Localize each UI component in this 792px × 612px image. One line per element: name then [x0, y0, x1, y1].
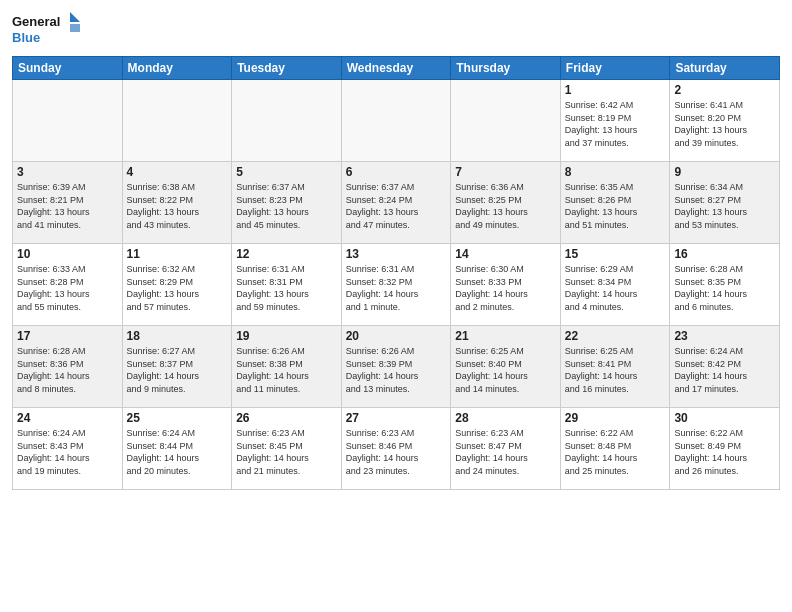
day-info: Sunrise: 6:24 AM Sunset: 8:43 PM Dayligh… — [17, 427, 118, 477]
header: General Blue — [12, 10, 780, 50]
week-row-3: 10Sunrise: 6:33 AM Sunset: 8:28 PM Dayli… — [13, 244, 780, 326]
calendar-cell: 5Sunrise: 6:37 AM Sunset: 8:23 PM Daylig… — [232, 162, 342, 244]
day-number: 18 — [127, 329, 228, 343]
day-number: 20 — [346, 329, 447, 343]
day-info: Sunrise: 6:27 AM Sunset: 8:37 PM Dayligh… — [127, 345, 228, 395]
day-number: 12 — [236, 247, 337, 261]
day-number: 28 — [455, 411, 556, 425]
calendar-cell: 26Sunrise: 6:23 AM Sunset: 8:45 PM Dayli… — [232, 408, 342, 490]
calendar-cell — [13, 80, 123, 162]
day-number: 2 — [674, 83, 775, 97]
day-number: 10 — [17, 247, 118, 261]
day-number: 6 — [346, 165, 447, 179]
day-number: 17 — [17, 329, 118, 343]
week-row-2: 3Sunrise: 6:39 AM Sunset: 8:21 PM Daylig… — [13, 162, 780, 244]
day-info: Sunrise: 6:37 AM Sunset: 8:24 PM Dayligh… — [346, 181, 447, 231]
day-info: Sunrise: 6:24 AM Sunset: 8:44 PM Dayligh… — [127, 427, 228, 477]
day-info: Sunrise: 6:37 AM Sunset: 8:23 PM Dayligh… — [236, 181, 337, 231]
day-info: Sunrise: 6:28 AM Sunset: 8:36 PM Dayligh… — [17, 345, 118, 395]
day-number: 13 — [346, 247, 447, 261]
day-info: Sunrise: 6:25 AM Sunset: 8:40 PM Dayligh… — [455, 345, 556, 395]
day-number: 30 — [674, 411, 775, 425]
day-info: Sunrise: 6:22 AM Sunset: 8:48 PM Dayligh… — [565, 427, 666, 477]
day-info: Sunrise: 6:31 AM Sunset: 8:31 PM Dayligh… — [236, 263, 337, 313]
calendar-cell: 12Sunrise: 6:31 AM Sunset: 8:31 PM Dayli… — [232, 244, 342, 326]
weekday-thursday: Thursday — [451, 57, 561, 80]
day-info: Sunrise: 6:30 AM Sunset: 8:33 PM Dayligh… — [455, 263, 556, 313]
logo: General Blue — [12, 10, 82, 50]
day-info: Sunrise: 6:38 AM Sunset: 8:22 PM Dayligh… — [127, 181, 228, 231]
calendar-cell: 29Sunrise: 6:22 AM Sunset: 8:48 PM Dayli… — [560, 408, 670, 490]
calendar-cell: 30Sunrise: 6:22 AM Sunset: 8:49 PM Dayli… — [670, 408, 780, 490]
calendar-cell: 17Sunrise: 6:28 AM Sunset: 8:36 PM Dayli… — [13, 326, 123, 408]
calendar-cell: 3Sunrise: 6:39 AM Sunset: 8:21 PM Daylig… — [13, 162, 123, 244]
calendar-cell: 27Sunrise: 6:23 AM Sunset: 8:46 PM Dayli… — [341, 408, 451, 490]
calendar-cell: 2Sunrise: 6:41 AM Sunset: 8:20 PM Daylig… — [670, 80, 780, 162]
weekday-wednesday: Wednesday — [341, 57, 451, 80]
day-number: 25 — [127, 411, 228, 425]
week-row-1: 1Sunrise: 6:42 AM Sunset: 8:19 PM Daylig… — [13, 80, 780, 162]
day-info: Sunrise: 6:42 AM Sunset: 8:19 PM Dayligh… — [565, 99, 666, 149]
weekday-friday: Friday — [560, 57, 670, 80]
day-number: 24 — [17, 411, 118, 425]
day-number: 27 — [346, 411, 447, 425]
calendar-cell — [122, 80, 232, 162]
calendar-cell: 1Sunrise: 6:42 AM Sunset: 8:19 PM Daylig… — [560, 80, 670, 162]
day-info: Sunrise: 6:33 AM Sunset: 8:28 PM Dayligh… — [17, 263, 118, 313]
day-number: 16 — [674, 247, 775, 261]
svg-text:Blue: Blue — [12, 30, 40, 45]
day-number: 9 — [674, 165, 775, 179]
calendar-cell: 23Sunrise: 6:24 AM Sunset: 8:42 PM Dayli… — [670, 326, 780, 408]
day-info: Sunrise: 6:22 AM Sunset: 8:49 PM Dayligh… — [674, 427, 775, 477]
calendar-cell: 14Sunrise: 6:30 AM Sunset: 8:33 PM Dayli… — [451, 244, 561, 326]
day-number: 19 — [236, 329, 337, 343]
weekday-monday: Monday — [122, 57, 232, 80]
calendar-cell: 16Sunrise: 6:28 AM Sunset: 8:35 PM Dayli… — [670, 244, 780, 326]
calendar-cell: 6Sunrise: 6:37 AM Sunset: 8:24 PM Daylig… — [341, 162, 451, 244]
day-info: Sunrise: 6:39 AM Sunset: 8:21 PM Dayligh… — [17, 181, 118, 231]
weekday-saturday: Saturday — [670, 57, 780, 80]
day-number: 26 — [236, 411, 337, 425]
day-info: Sunrise: 6:23 AM Sunset: 8:45 PM Dayligh… — [236, 427, 337, 477]
calendar-cell: 21Sunrise: 6:25 AM Sunset: 8:40 PM Dayli… — [451, 326, 561, 408]
svg-marker-2 — [70, 12, 80, 22]
day-number: 11 — [127, 247, 228, 261]
calendar-cell: 15Sunrise: 6:29 AM Sunset: 8:34 PM Dayli… — [560, 244, 670, 326]
calendar-cell — [451, 80, 561, 162]
day-info: Sunrise: 6:31 AM Sunset: 8:32 PM Dayligh… — [346, 263, 447, 313]
calendar-cell: 18Sunrise: 6:27 AM Sunset: 8:37 PM Dayli… — [122, 326, 232, 408]
calendar-cell: 9Sunrise: 6:34 AM Sunset: 8:27 PM Daylig… — [670, 162, 780, 244]
logo-svg: General Blue — [12, 10, 82, 50]
calendar-cell: 4Sunrise: 6:38 AM Sunset: 8:22 PM Daylig… — [122, 162, 232, 244]
calendar-cell — [232, 80, 342, 162]
day-number: 7 — [455, 165, 556, 179]
day-info: Sunrise: 6:41 AM Sunset: 8:20 PM Dayligh… — [674, 99, 775, 149]
day-number: 14 — [455, 247, 556, 261]
day-number: 21 — [455, 329, 556, 343]
day-info: Sunrise: 6:35 AM Sunset: 8:26 PM Dayligh… — [565, 181, 666, 231]
day-info: Sunrise: 6:26 AM Sunset: 8:38 PM Dayligh… — [236, 345, 337, 395]
calendar-cell: 8Sunrise: 6:35 AM Sunset: 8:26 PM Daylig… — [560, 162, 670, 244]
day-info: Sunrise: 6:32 AM Sunset: 8:29 PM Dayligh… — [127, 263, 228, 313]
calendar-cell: 19Sunrise: 6:26 AM Sunset: 8:38 PM Dayli… — [232, 326, 342, 408]
weekday-sunday: Sunday — [13, 57, 123, 80]
calendar-cell: 11Sunrise: 6:32 AM Sunset: 8:29 PM Dayli… — [122, 244, 232, 326]
calendar-cell — [341, 80, 451, 162]
day-number: 3 — [17, 165, 118, 179]
calendar-cell: 28Sunrise: 6:23 AM Sunset: 8:47 PM Dayli… — [451, 408, 561, 490]
day-number: 8 — [565, 165, 666, 179]
day-info: Sunrise: 6:28 AM Sunset: 8:35 PM Dayligh… — [674, 263, 775, 313]
calendar-cell: 22Sunrise: 6:25 AM Sunset: 8:41 PM Dayli… — [560, 326, 670, 408]
calendar: SundayMondayTuesdayWednesdayThursdayFrid… — [12, 56, 780, 490]
day-number: 22 — [565, 329, 666, 343]
day-info: Sunrise: 6:26 AM Sunset: 8:39 PM Dayligh… — [346, 345, 447, 395]
week-row-5: 24Sunrise: 6:24 AM Sunset: 8:43 PM Dayli… — [13, 408, 780, 490]
calendar-cell: 10Sunrise: 6:33 AM Sunset: 8:28 PM Dayli… — [13, 244, 123, 326]
day-info: Sunrise: 6:36 AM Sunset: 8:25 PM Dayligh… — [455, 181, 556, 231]
day-number: 1 — [565, 83, 666, 97]
weekday-header-row: SundayMondayTuesdayWednesdayThursdayFrid… — [13, 57, 780, 80]
svg-marker-3 — [70, 24, 80, 32]
day-info: Sunrise: 6:25 AM Sunset: 8:41 PM Dayligh… — [565, 345, 666, 395]
day-info: Sunrise: 6:29 AM Sunset: 8:34 PM Dayligh… — [565, 263, 666, 313]
day-number: 29 — [565, 411, 666, 425]
